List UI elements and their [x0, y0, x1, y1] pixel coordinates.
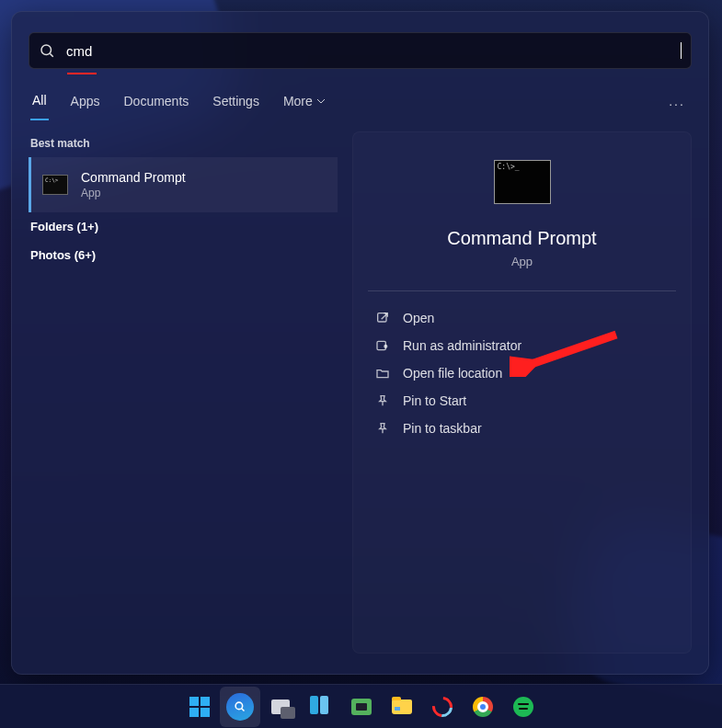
- search-input[interactable]: [66, 43, 682, 59]
- result-label: Folders (1+): [30, 220, 98, 233]
- action-label: Run as administrator: [403, 338, 521, 353]
- detail-title: Command Prompt: [447, 228, 596, 249]
- open-icon: [375, 311, 390, 325]
- action-run-as-administrator[interactable]: Run as administrator: [368, 332, 676, 359]
- command-prompt-icon: [494, 160, 551, 204]
- chat-icon: [351, 699, 372, 715]
- search-box[interactable]: [29, 32, 692, 69]
- action-label: Open: [403, 311, 434, 325]
- spotify-icon: [513, 697, 533, 717]
- taskbar-app-spotify[interactable]: [503, 687, 544, 727]
- tab-label: Documents: [123, 94, 189, 108]
- action-open-file-location[interactable]: Open file location: [368, 359, 676, 387]
- results-column: Best match Command Prompt App Folders (1…: [29, 131, 338, 654]
- detail-pane: Command Prompt App Open Run as administr…: [352, 131, 692, 654]
- taskbar-task-view-button[interactable]: [260, 687, 301, 727]
- taskbar-app-opera[interactable]: [422, 687, 463, 727]
- tab-all[interactable]: All: [30, 87, 49, 120]
- result-item-best-match[interactable]: Command Prompt App: [29, 157, 338, 212]
- task-view-icon: [271, 700, 290, 714]
- divider: [368, 290, 676, 291]
- svg-point-5: [235, 702, 243, 710]
- taskbar-chat-button[interactable]: [341, 687, 382, 727]
- start-search-panel: All Apps Documents Settings More ··· Bes…: [11, 11, 709, 675]
- detail-subtitle: App: [511, 255, 533, 268]
- opera-icon: [428, 692, 456, 721]
- chevron-down-icon: [316, 97, 326, 106]
- search-query-underline-annotation: [67, 73, 97, 74]
- action-label: Pin to taskbar: [403, 421, 482, 436]
- result-subtitle: App: [81, 187, 186, 199]
- tab-label: More: [283, 94, 313, 108]
- widgets-icon: [310, 696, 332, 718]
- command-prompt-icon: [42, 175, 68, 195]
- tab-documents[interactable]: Documents: [121, 88, 190, 119]
- tab-label: All: [32, 93, 47, 108]
- search-icon: [39, 42, 55, 59]
- result-item-photos[interactable]: Photos (6+): [29, 241, 338, 269]
- folder-icon: [375, 366, 390, 381]
- shield-icon: [375, 338, 390, 353]
- action-open[interactable]: Open: [368, 304, 676, 332]
- folder-icon: [392, 700, 412, 714]
- result-item-folders[interactable]: Folders (1+): [29, 212, 338, 241]
- tab-more[interactable]: More: [281, 88, 327, 119]
- chrome-icon: [473, 697, 493, 717]
- tab-label: Apps: [71, 94, 100, 108]
- tab-settings[interactable]: Settings: [211, 88, 261, 119]
- action-list: Open Run as administrator Open file loca…: [368, 304, 676, 442]
- pin-icon: [375, 421, 390, 436]
- svg-line-1: [50, 53, 52, 56]
- text-caret: [681, 42, 682, 59]
- search-icon: [226, 693, 254, 721]
- best-match-heading: Best match: [30, 137, 336, 150]
- action-pin-to-taskbar[interactable]: Pin to taskbar: [368, 415, 676, 442]
- svg-point-0: [41, 45, 52, 55]
- action-label: Pin to Start: [403, 393, 466, 408]
- action-label: Open file location: [403, 366, 502, 381]
- taskbar-file-explorer-button[interactable]: [382, 687, 422, 727]
- svg-line-6: [242, 709, 245, 711]
- result-label: Photos (6+): [30, 248, 96, 262]
- taskbar-app-chrome[interactable]: [463, 687, 503, 727]
- filter-tabs: All Apps Documents Settings More ···: [29, 87, 692, 120]
- overflow-menu-button[interactable]: ···: [664, 97, 690, 111]
- svg-rect-2: [378, 313, 386, 322]
- taskbar-search-button[interactable]: [220, 687, 260, 727]
- tab-apps[interactable]: Apps: [69, 88, 102, 119]
- pin-icon: [375, 393, 390, 408]
- action-pin-to-start[interactable]: Pin to Start: [368, 387, 676, 415]
- windows-logo-icon: [189, 697, 210, 717]
- result-title: Command Prompt: [81, 170, 186, 185]
- taskbar-widgets-button[interactable]: [301, 687, 341, 727]
- taskbar-start-button[interactable]: [179, 687, 220, 727]
- tab-label: Settings: [212, 94, 259, 108]
- taskbar: [0, 684, 722, 728]
